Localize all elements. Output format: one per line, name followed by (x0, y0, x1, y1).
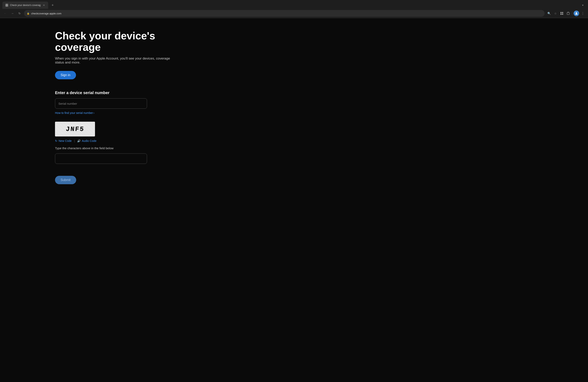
captcha-instructions: Type the characters above in the field b… (55, 146, 180, 150)
new-tab-button[interactable]: + (50, 2, 55, 8)
toolbar-separator (572, 12, 572, 15)
share-button[interactable] (566, 11, 571, 16)
find-serial-link[interactable]: How to find your serial number › (55, 111, 94, 115)
tab-end-area: ▾ (580, 2, 586, 8)
browser-chrome: Check your device's coverag ✕ + ▾ ← → ↻ … (0, 0, 588, 18)
profile-button[interactable] (574, 11, 579, 16)
svg-rect-1 (562, 12, 563, 13)
captcha-container: JNF5 ↻ New Code | 🔊 Audio Code Type the … (55, 122, 180, 172)
captcha-actions: ↻ New Code | 🔊 Audio Code (55, 139, 180, 142)
page-subtitle: When you sign in with your Apple Account… (55, 57, 180, 65)
captcha-text: JNF5 (65, 125, 84, 133)
tab-title: Check your device's coverag (10, 4, 41, 7)
new-code-button[interactable]: ↻ New Code (55, 139, 72, 142)
captcha-separator: | (74, 139, 75, 142)
back-button[interactable]: ← (2, 11, 8, 16)
toolbar-right: 🔍 ☆ (546, 11, 586, 16)
svg-rect-2 (560, 14, 562, 15)
refresh-icon: ↻ (55, 139, 57, 142)
svg-point-5 (576, 12, 577, 13)
audio-code-button[interactable]: 🔊 Audio Code (77, 139, 96, 142)
captcha-image: JNF5 (55, 122, 95, 136)
more-options-button[interactable]: ⋮ (580, 11, 586, 16)
extensions-button[interactable] (559, 11, 565, 16)
submit-button[interactable]: Submit (55, 176, 76, 184)
tab-chevron-icon[interactable]: ▾ (580, 2, 586, 8)
serial-section-title: Enter a device serial number (55, 91, 180, 95)
address-bar[interactable]: 🔒 checkcoverage.apple.com (24, 10, 545, 17)
search-button[interactable]: 🔍 (546, 11, 552, 16)
page-title: Check your device's coverage (55, 30, 180, 53)
svg-rect-3 (562, 14, 563, 15)
tab-close-button[interactable]: ✕ (42, 4, 45, 7)
bookmark-button[interactable]: ☆ (553, 11, 558, 16)
reload-button[interactable]: ↻ (17, 11, 22, 16)
tab-favicon (5, 4, 8, 7)
sign-in-button[interactable]: Sign in (55, 71, 76, 79)
serial-number-input[interactable] (55, 98, 147, 109)
page-content: Check your device's coverage When you si… (0, 18, 180, 196)
captcha-input[interactable] (55, 153, 147, 164)
lock-icon: 🔒 (27, 12, 30, 15)
forward-button[interactable]: → (10, 11, 15, 16)
address-bar-row: ← → ↻ 🔒 checkcoverage.apple.com 🔍 ☆ (0, 9, 588, 18)
svg-rect-4 (567, 13, 569, 15)
url-text: checkcoverage.apple.com (31, 12, 542, 15)
svg-rect-0 (560, 12, 562, 13)
tab-bar: Check your device's coverag ✕ + ▾ (0, 0, 588, 9)
active-tab[interactable]: Check your device's coverag ✕ (2, 1, 48, 9)
speaker-icon: 🔊 (77, 139, 81, 142)
